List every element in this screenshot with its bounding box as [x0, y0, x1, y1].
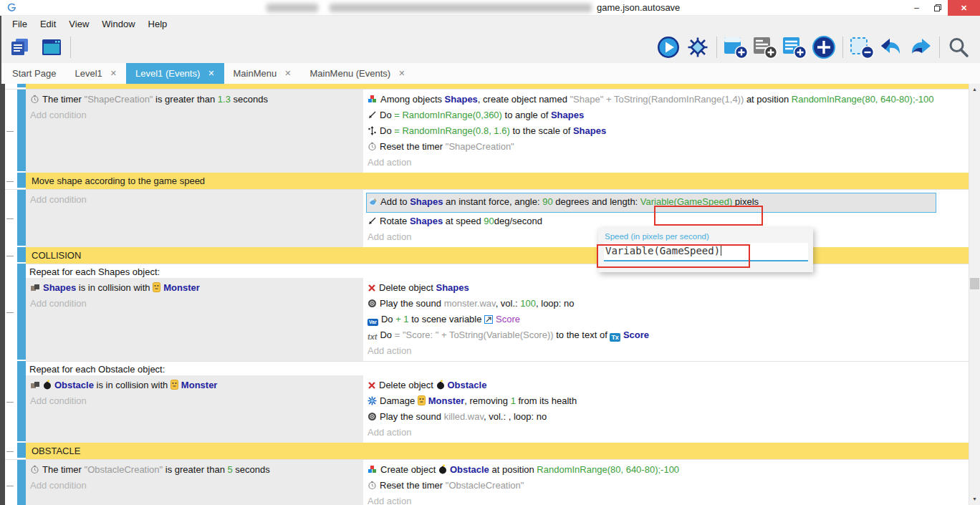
section-row[interactable]: COLLISION	[5, 247, 969, 264]
action-line[interactable]: Add to Shapes an instant force, angle: 9…	[366, 193, 936, 213]
timer-icon	[368, 141, 377, 155]
add-action-button[interactable]: Add action	[368, 494, 936, 505]
event-gutter	[5, 90, 17, 173]
add-action-button[interactable]: Add action	[368, 425, 936, 440]
toolbar-separator	[716, 37, 717, 58]
condition-line[interactable]: Obstacle is in collision with Monster	[30, 378, 359, 394]
add-condition-button[interactable]: Add condition	[30, 193, 359, 207]
tab-start-page[interactable]: Start Page	[3, 63, 65, 84]
add-subevent-icon[interactable]	[752, 34, 778, 60]
repeat-header[interactable]: Repeat for each Obstacle object:	[26, 362, 969, 375]
force-icon	[368, 196, 378, 211]
menu-view[interactable]: View	[62, 19, 95, 29]
monster-icon	[170, 380, 178, 394]
section-title: OBSTACLE	[26, 443, 969, 459]
scene-variable-icon	[484, 314, 493, 328]
conditions-column: Obstacle is in collision with MonsterAdd…	[26, 375, 363, 443]
comment-row[interactable]: Move shape according to the game speed	[5, 173, 969, 189]
event-gutter	[5, 173, 17, 189]
toolbar-separator	[70, 37, 71, 58]
action-line[interactable]: Delete object Obstacle	[368, 378, 936, 394]
action-line[interactable]: Play the sound monster.wav, vol.: 100, l…	[368, 297, 936, 312]
action-line[interactable]: Reset the timer "ShapeCreation"	[368, 140, 936, 155]
tab-bar: Start PageLevel1✕Level1 (Events)✕MainMen…	[1, 63, 980, 84]
search-icon[interactable]	[946, 34, 971, 60]
section-row[interactable]: OBSTACLE	[5, 443, 969, 459]
tab-label: Level1	[75, 68, 102, 79]
condition-line[interactable]: Shapes is in collision with Monster	[30, 281, 359, 297]
actions-column: Among objects Shapes, create object name…	[363, 90, 969, 173]
menu-edit[interactable]: Edit	[34, 19, 62, 29]
action-line[interactable]: Delete object Shapes	[368, 281, 936, 297]
monster-icon	[153, 282, 160, 297]
text-object-icon: Tx	[610, 330, 620, 344]
conditions-column: Shapes is in collision with MonsterAdd c…	[26, 278, 363, 361]
event-selection-bar	[17, 264, 26, 360]
add-action-button[interactable]: Add action	[368, 155, 936, 170]
tab-close-icon[interactable]: ✕	[110, 69, 117, 78]
condition-line[interactable]: The timer "ObstacleCreation" is greater …	[30, 463, 359, 478]
txt-icon: txt	[368, 330, 377, 344]
restore-button[interactable]	[927, 0, 948, 16]
toolbar-separator	[939, 37, 940, 58]
action-line[interactable]: Reset the timer "ObstacleCreation"	[368, 478, 936, 494]
actions-column: Delete object ShapesPlay the sound monst…	[363, 278, 969, 361]
repeat-row[interactable]: Repeat for each Obstacle object:Obstacle…	[5, 361, 969, 443]
conditions-column: The timer "ShapeCreation" is greater tha…	[26, 90, 363, 173]
close-button[interactable]: ✕	[948, 0, 980, 16]
tab-label: MainMenu (Events)	[309, 68, 390, 79]
scrollbar-thumb[interactable]	[970, 278, 979, 289]
event-selection-bar	[17, 460, 26, 505]
action-line[interactable]: VarDo + 1 to scene variable Score	[368, 312, 936, 328]
event-row[interactable]: The timer "ShapeCreation" is greater tha…	[5, 89, 969, 173]
add-condition-button[interactable]: Add condition	[30, 394, 359, 408]
add-action-button[interactable]: Add action	[368, 344, 936, 358]
undo-icon[interactable]	[878, 34, 904, 60]
event-selection-bar	[17, 361, 26, 441]
tab-close-icon[interactable]: ✕	[284, 69, 291, 78]
action-line[interactable]: Do = RandomInRange(0.8, 1.6) to the scal…	[368, 124, 936, 140]
play-icon[interactable]	[655, 34, 681, 60]
menu-window[interactable]: Window	[95, 19, 141, 29]
minimize-button[interactable]: –	[906, 0, 927, 16]
event-selection-bar	[17, 90, 26, 171]
action-line[interactable]: txtDo = "Score: " + ToString(Variable(Sc…	[368, 328, 936, 344]
event-gutter	[5, 190, 17, 247]
add-condition-button[interactable]: Add condition	[30, 297, 359, 311]
event-selection-bar	[17, 190, 26, 246]
actions-column: Create object Obstacle at position Rando…	[363, 460, 969, 505]
condition-line[interactable]: The timer "ShapeCreation" is greater tha…	[30, 92, 359, 108]
action-line[interactable]: Among objects Shapes, create object name…	[368, 92, 936, 108]
add-comment-icon[interactable]	[782, 34, 807, 60]
rotate-icon	[368, 216, 377, 230]
scroll-down-button[interactable]: ▼	[969, 494, 980, 505]
tab-mainmenu[interactable]: MainMenu✕	[224, 63, 301, 84]
tab-close-icon[interactable]: ✕	[208, 69, 214, 78]
event-row[interactable]: The timer "ObstacleCreation" is greater …	[5, 459, 969, 505]
scene-editor-icon[interactable]	[39, 34, 64, 60]
repeat-header[interactable]: Repeat for each Shapes object:	[26, 264, 969, 278]
repeat-row[interactable]: Repeat for each Shapes object:Shapes is …	[5, 264, 969, 361]
redo-icon[interactable]	[908, 34, 933, 60]
project-manager-icon[interactable]	[7, 34, 33, 60]
add-condition-button[interactable]: Add condition	[30, 478, 359, 493]
action-line[interactable]: Do = RandomInRange(0,360) to angle of Sh…	[368, 108, 936, 124]
tab-level1-events[interactable]: Level1 (Events)✕	[126, 63, 224, 84]
tab-level1[interactable]: Level1✕	[65, 63, 126, 84]
add-condition-button[interactable]: Add condition	[30, 108, 359, 122]
add-new-icon[interactable]	[811, 34, 837, 60]
action-line[interactable]: Create object Obstacle at position Rando…	[368, 463, 936, 478]
scroll-up-button[interactable]: ▲	[969, 84, 980, 95]
menu-help[interactable]: Help	[142, 19, 174, 29]
debug-icon[interactable]	[685, 34, 711, 60]
tab-close-icon[interactable]: ✕	[398, 69, 405, 78]
tab-mainmenu-events[interactable]: MainMenu (Events)✕	[300, 63, 414, 84]
add-event-icon[interactable]	[723, 34, 749, 60]
menu-file[interactable]: File	[6, 19, 34, 29]
remove-event-icon[interactable]	[849, 34, 875, 60]
action-line[interactable]: Damage Monster, removing 1 from its heal…	[368, 394, 936, 410]
toolbar-separator	[842, 37, 843, 58]
event-row[interactable]: Add conditionAdd to Shapes an instant fo…	[5, 189, 969, 247]
action-line[interactable]: Play the sound killed.wav, vol.: , loop:…	[368, 410, 936, 425]
vertical-scrollbar[interactable]: ▲ ▼	[969, 84, 980, 505]
